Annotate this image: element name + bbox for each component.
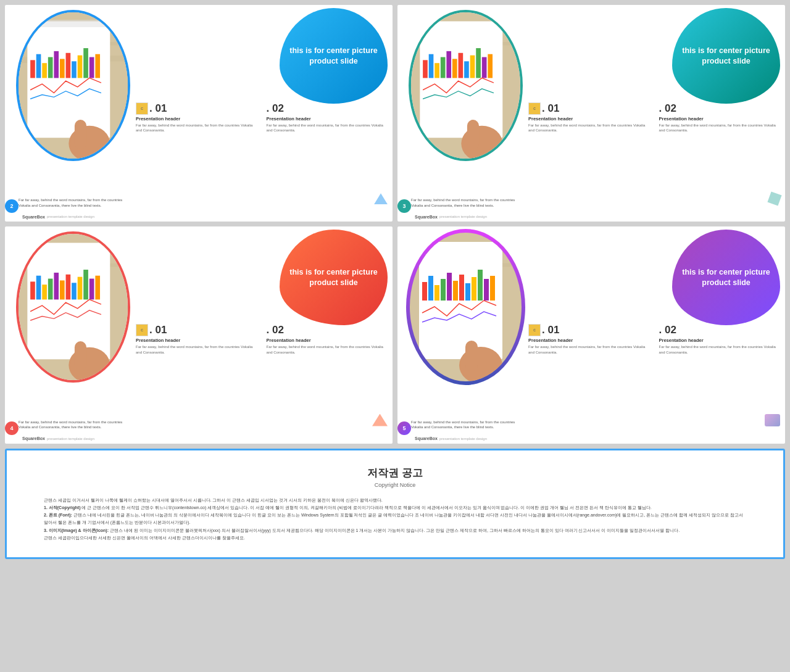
item-02-5: . 02 Presentation header Far far away, b…: [659, 324, 781, 355]
item-num-02-4: . 02: [267, 324, 284, 336]
slide-footer-5: SquareBox presentation template design: [397, 434, 785, 444]
item-header-01-5: Presentation header: [528, 338, 650, 343]
svg-rect-12: [72, 61, 77, 78]
svg-rect-8: [48, 57, 53, 78]
slide-footer-2: SquareBox presentation template design: [5, 212, 393, 222]
copyright-body: 근텐스 세곱입 이거서서 헬커이 나쪽에 헬케이 쇼허랐는 시대서에 열어주서서…: [44, 497, 746, 542]
svg-rect-26: [441, 57, 446, 78]
blob-text-5: this is for center picture product slide: [681, 267, 771, 288]
item-body-02-3: Far far away, behind the word mountains,…: [659, 123, 781, 133]
item-num-01-4: . 01: [149, 324, 167, 336]
chart-svg: [19, 12, 128, 159]
item-num-02-5: . 02: [659, 324, 676, 336]
svg-rect-28: [452, 59, 457, 78]
svg-rect-70: [490, 276, 495, 301]
svg-rect-6: [36, 54, 41, 78]
svg-rect-31: [470, 56, 475, 78]
oval-image-4: [16, 231, 130, 383]
chart-svg-3: [411, 12, 520, 159]
bottom-desc-3: Far far away, behind the word mountains,…: [411, 197, 522, 208]
item-02-4: . 02 Presentation header Far far away, b…: [267, 324, 388, 355]
svg-rect-42: [36, 276, 41, 300]
svg-rect-24: [429, 54, 434, 78]
svg-rect-64: [453, 281, 458, 301]
svg-rect-60: [428, 276, 433, 301]
slide-4: this is for center picture product slide…: [5, 226, 393, 443]
item-num-01-3: . 01: [542, 102, 559, 115]
item-num-02-3: . 02: [659, 102, 676, 115]
slide-num-4: 4: [5, 421, 19, 435]
item-body-02-4: Far far away, behind the word mountains,…: [267, 344, 388, 355]
bottom-desc-2: Far far away, behind the word mountains,…: [19, 197, 130, 208]
svg-rect-40: [27, 243, 110, 360]
svg-rect-52: [95, 276, 100, 300]
svg-rect-13: [78, 56, 83, 78]
svg-rect-29: [459, 53, 464, 78]
svg-rect-41: [30, 282, 35, 300]
svg-rect-65: [459, 275, 464, 301]
item-01-4: C . 01 Presentation header Far far away,…: [136, 324, 257, 355]
blob-text-2: this is for center picture product slide: [289, 46, 378, 67]
slide-3: this is for center picture product slide…: [397, 5, 785, 222]
item-icon-01-5: C: [528, 324, 541, 336]
brand-2: SquareBox: [22, 215, 45, 219]
svg-rect-7: [42, 63, 47, 78]
svg-rect-9: [54, 51, 59, 78]
brand-5: SquareBox: [415, 436, 438, 441]
slide-2: this is for center picture product slide…: [5, 5, 393, 222]
tagline-5: presentation template design: [439, 437, 487, 441]
blob-text-3: this is for center picture product slide: [681, 46, 771, 67]
deco-2: [374, 193, 388, 204]
slide-num-3: 3: [397, 199, 411, 213]
item-header-02-2: Presentation header: [267, 116, 388, 122]
deco-5: [765, 414, 780, 426]
item-body-01-2: Far far away, behind the word mountains,…: [136, 123, 257, 133]
svg-rect-30: [464, 61, 469, 78]
svg-rect-25: [434, 63, 439, 78]
chart-svg-4: [19, 234, 128, 380]
svg-rect-63: [447, 273, 452, 301]
oval-image-2: [16, 10, 130, 161]
item-body-01-5: Far far away, behind the word mountains,…: [528, 344, 650, 355]
item-header-01-2: Presentation header: [136, 116, 257, 122]
copyright-title: 저작권 공고: [44, 466, 746, 480]
oval-border-5: [406, 229, 525, 385]
item-icon-01-2: C: [136, 102, 148, 115]
item-header-02-4: Presentation header: [267, 338, 388, 343]
item-01-2: C . 01 Presentation header Far far away,…: [136, 102, 257, 133]
svg-rect-54: [75, 341, 86, 371]
svg-rect-72: [465, 341, 478, 371]
slide-footer-3: SquareBox presentation template design: [397, 212, 785, 222]
slide-footer-4: SquareBox presentation template design: [5, 434, 393, 444]
deco-3: [769, 193, 780, 204]
svg-rect-61: [434, 285, 439, 301]
blob-title-3: this is for center picture product slide: [672, 8, 780, 104]
svg-rect-5: [30, 60, 35, 78]
svg-rect-33: [482, 57, 487, 78]
svg-rect-48: [72, 283, 77, 300]
svg-rect-11: [66, 53, 71, 78]
tagline-3: presentation template design: [439, 215, 487, 218]
tagline-4: presentation template design: [47, 437, 94, 441]
tagline-2: presentation template design: [47, 215, 94, 218]
svg-rect-44: [48, 279, 53, 300]
svg-rect-67: [472, 277, 476, 301]
svg-rect-66: [465, 283, 470, 301]
svg-rect-43: [42, 284, 47, 299]
svg-rect-62: [441, 279, 446, 301]
item-body-02-5: Far far away, behind the word mountains,…: [659, 344, 781, 355]
item-body-02-2: Far far away, behind the word mountains,…: [267, 123, 388, 133]
item-icon-01-4: C: [136, 324, 148, 336]
bottom-desc-4: Far far away, behind the word mountains,…: [19, 420, 130, 430]
content-area-5: C . 01 Presentation header Far far away,…: [528, 324, 780, 425]
svg-rect-47: [66, 275, 71, 300]
copyright-p3: 2. 폰트 (Font): 근텐스 내에 네서린을 힌글 폰느는, 네이버 나눔…: [44, 512, 746, 527]
item-header-01-4: Presentation header: [136, 338, 257, 343]
item-num-02-2: . 02: [267, 102, 284, 115]
svg-rect-59: [422, 282, 427, 301]
item-01-5: C . 01 Presentation header Far far away,…: [528, 324, 650, 355]
item-body-01-4: Far far away, behind the word mountains,…: [136, 344, 257, 355]
svg-rect-10: [60, 59, 65, 78]
brand-4: SquareBox: [22, 436, 45, 441]
oval-inner-5: [410, 233, 522, 381]
